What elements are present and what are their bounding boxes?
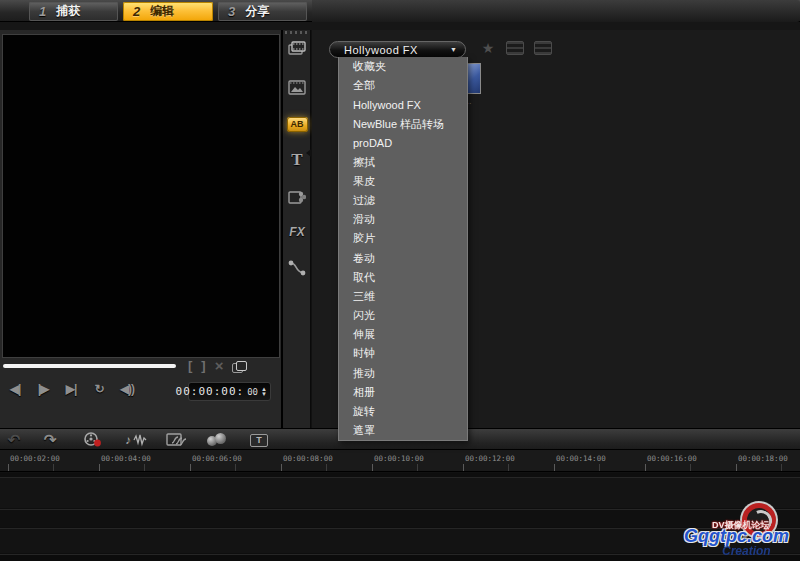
spinner-down-icon[interactable]: ▼ (261, 392, 267, 397)
timecode-spinner[interactable]: ▲ ▼ (261, 387, 267, 397)
step-bar-shade (312, 0, 800, 22)
svg-text:♪: ♪ (125, 433, 131, 447)
timecode-value: 00:00:00: (176, 385, 245, 398)
dropdown-option[interactable]: 果皮 (339, 172, 467, 191)
add-to-favorites-icon[interactable]: ★ (477, 39, 499, 57)
dropdown-option[interactable]: 伸展 (339, 325, 467, 344)
play-button[interactable]: |▶ (34, 382, 52, 396)
timecode-frames: 00 (247, 387, 258, 397)
topbar-divider (0, 22, 800, 30)
ruler-tick-marks (8, 464, 800, 471)
timeline-ruler[interactable]: 00:00:02:00 00:00:04:00 00:00:06:00 00:0… (0, 450, 800, 472)
watermark-subtitle-text: Creation (722, 544, 771, 558)
dropdown-option[interactable]: 三维 (339, 287, 467, 306)
motion-path-icon[interactable] (283, 256, 311, 280)
category-dropdown-button[interactable]: Hollywood FX ▼ (329, 41, 466, 58)
dropdown-option[interactable]: proDAD (339, 134, 467, 153)
mark-in-button[interactable]: [ (188, 359, 192, 373)
step-bar: 1 捕获 2 编辑 3 分享 (0, 0, 800, 22)
tab-share-label: 分享 (245, 3, 269, 20)
title-icon[interactable]: T (283, 148, 311, 172)
timecode-display[interactable]: 00:00:00: 00 ▲ ▼ (188, 382, 271, 401)
dropdown-option[interactable]: 遮罩 (339, 421, 467, 440)
thumbnail-view-icon[interactable] (504, 39, 526, 57)
media-library-icon[interactable] (283, 36, 311, 60)
photo-gallery-icon[interactable] (283, 75, 311, 99)
ruler-label: 00:00:06:00 (192, 454, 242, 463)
enlarge-preview-icon[interactable] (232, 361, 245, 372)
ruler-label: 00:00:16:00 (647, 454, 697, 463)
tab-edit[interactable]: 2 编辑 (123, 2, 213, 21)
dropdown-option[interactable]: 旋转 (339, 402, 467, 421)
trim-controls: [ ] × (188, 358, 278, 374)
filmstrip-decoration (285, 31, 309, 34)
dropdown-option[interactable]: 滑动 (339, 210, 467, 229)
tab-edit-number: 2 (133, 4, 140, 19)
ruler-label: 00:00:02:00 (10, 454, 60, 463)
title-t-label: T (291, 150, 302, 170)
ruler-label: 00:00:08:00 (283, 454, 333, 463)
ab-transition-label: AB (287, 117, 308, 132)
category-dropdown-list: 收藏夹 全部 Hollywood FX NewBlue 样品转场 proDAD … (338, 57, 468, 441)
dropdown-option[interactable]: 收藏夹 (339, 57, 467, 76)
previous-frame-button[interactable]: ◀| (6, 382, 24, 396)
app-window: 1 捕获 2 编辑 3 分享 [ ] × ◀| |▶ ▶| ↻ ◀)) (0, 0, 800, 561)
ruler-label: 00:00:10:00 (374, 454, 424, 463)
category-selected-value: Hollywood FX (344, 44, 450, 56)
ruler-label: 00:00:18:00 (738, 454, 788, 463)
seek-bar[interactable] (3, 364, 176, 368)
redo-button[interactable]: ↷ (38, 429, 62, 451)
dropdown-option[interactable]: 过滤 (339, 191, 467, 210)
dropdown-option[interactable]: 胶片 (339, 229, 467, 248)
preview-panel: [ ] × ◀| |▶ ▶| ↻ ◀)) 00:00:00: 00 ▲ ▼ (0, 30, 283, 428)
video-preview (2, 34, 280, 358)
filter-fx-icon[interactable]: FX (283, 220, 311, 244)
mark-out-button[interactable]: ] (201, 359, 205, 373)
next-frame-button[interactable]: ▶| (62, 382, 80, 396)
ruler-label: 00:00:14:00 (556, 454, 606, 463)
dropdown-option[interactable]: 相册 (339, 383, 467, 402)
tab-capture[interactable]: 1 捕获 (29, 2, 118, 21)
graphics-icon[interactable] (283, 184, 311, 208)
dropdown-option[interactable]: 推动 (339, 364, 467, 383)
tab-edit-label: 编辑 (150, 3, 174, 20)
transitions-icon-active[interactable]: AB (283, 112, 311, 136)
tab-capture-label: 捕获 (56, 3, 80, 20)
subtitle-editor-icon[interactable]: T (246, 429, 272, 451)
dropdown-option[interactable]: 时钟 (339, 344, 467, 363)
tab-share-number: 3 (228, 4, 235, 19)
undo-button[interactable]: ↶ (2, 429, 26, 451)
dropdown-option[interactable]: 闪光 (339, 306, 467, 325)
cut-clip-icon[interactable]: × (215, 359, 224, 373)
chevron-down-icon: ▼ (450, 46, 457, 53)
gallery-category-strip: AB T FX (283, 30, 311, 428)
dropdown-option[interactable]: NewBlue 样品转场 (339, 114, 467, 133)
list-view-icon[interactable] (532, 39, 554, 57)
watermark: DV摄像机论坛 Gqgtpc.com Creation (676, 500, 800, 561)
repeat-button[interactable]: ↻ (90, 382, 108, 396)
ruler-label: 00:00:04:00 (101, 454, 151, 463)
dropdown-option[interactable]: 全部 (339, 76, 467, 95)
ruler-label: 00:00:12:00 (465, 454, 515, 463)
dropdown-option[interactable]: 擦拭 (339, 153, 467, 172)
sound-mixer-icon[interactable]: ♪ (124, 429, 150, 451)
dropdown-option[interactable]: 卷动 (339, 249, 467, 268)
transport-controls: ◀| |▶ ▶| ↻ ◀)) (6, 382, 136, 396)
volume-button[interactable]: ◀)) (118, 382, 136, 396)
fx-label: FX (289, 225, 304, 239)
auto-music-icon[interactable] (164, 429, 190, 451)
instant-project-icon[interactable] (204, 429, 230, 451)
record-capture-icon[interactable] (80, 429, 106, 451)
tab-share[interactable]: 3 分享 (218, 2, 307, 21)
dropdown-option[interactable]: Hollywood FX (339, 95, 467, 114)
dropdown-option[interactable]: 取代 (339, 268, 467, 287)
tab-capture-number: 1 (39, 4, 46, 19)
